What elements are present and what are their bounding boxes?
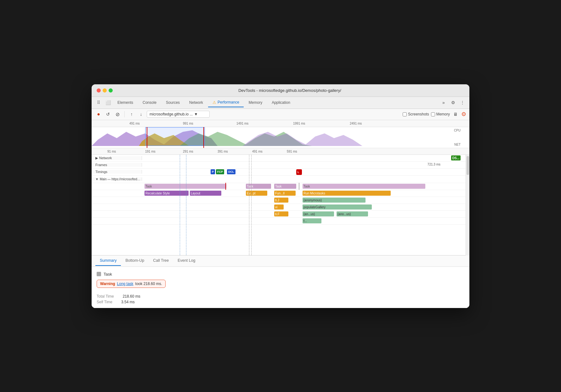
- maximize-button[interactable]: [109, 88, 113, 92]
- populate-block[interactable]: populateGallery: [303, 204, 372, 210]
- memory-checkbox[interactable]: [431, 112, 435, 116]
- cpu-label: CPU: [454, 129, 461, 132]
- settings-tab-icon[interactable]: ⚙: [449, 98, 457, 107]
- bm-591: 591 ms: [287, 150, 297, 153]
- anus-block[interactable]: (an...us): [303, 211, 334, 216]
- upload-button[interactable]: ↑: [128, 110, 135, 118]
- url-box[interactable]: microsoftedge.github.io ... ▼: [147, 111, 210, 118]
- title-bar: DevTools - microsoftedge.github.io/Demos…: [92, 84, 469, 97]
- task-color-box: [97, 272, 101, 276]
- perf-settings-icon[interactable]: ⚙: [461, 111, 466, 118]
- task-block-3[interactable]: Task: [274, 184, 296, 189]
- selection-region: [145, 127, 205, 146]
- scrollbar-thumb[interactable]: [467, 156, 469, 175]
- f-block[interactable]: f...: [303, 218, 321, 223]
- task-header: Task: [97, 272, 464, 277]
- main-task-content-1: Task Task Task Task: [142, 183, 466, 190]
- task-title: Task: [104, 272, 112, 277]
- dropdown-icon[interactable]: ▼: [194, 112, 198, 116]
- warning-text: took 218.60 ms.: [135, 282, 162, 286]
- frames-label: Frames: [92, 163, 142, 167]
- close-button[interactable]: [97, 88, 101, 92]
- self-time-value: 3.54 ms: [121, 300, 135, 304]
- minimize-button[interactable]: [103, 88, 107, 92]
- download-button[interactable]: ↓: [137, 110, 145, 118]
- main-task-row-5: ti.F (an...us) (ano...us): [92, 211, 466, 218]
- vi-block[interactable]: vi: [274, 204, 284, 210]
- warning-icon: ⚠: [212, 100, 216, 105]
- marker-1991: 1991 ms: [293, 122, 305, 125]
- task-block-1[interactable]: Task: [144, 184, 226, 189]
- main-task-row-2: Recalculate Style Layout Ev...pt Fun...l…: [92, 190, 466, 197]
- devtools-body: ⠿ ⬜ Elements Console Sources Network ⚠ P…: [92, 97, 469, 308]
- main-task-content-3: ti.J (anonymous): [142, 197, 466, 204]
- marker-1491: 1491 ms: [236, 122, 248, 125]
- warning-row-wrapper: Warning Long task took 218.60 ms.: [97, 280, 464, 291]
- frame-timing: 721.3 ms: [428, 163, 440, 166]
- svg-marker-3: [243, 132, 362, 146]
- task-gray-marker: [299, 183, 299, 190]
- bm-291: 291 ms: [183, 150, 193, 153]
- network-content: DS...: [142, 155, 466, 162]
- record-button[interactable]: ●: [95, 110, 102, 118]
- tab-console[interactable]: Console: [138, 98, 161, 107]
- tab-bottom-up[interactable]: Bottom-Up: [121, 256, 149, 266]
- screenshot-icon[interactable]: 🖥: [452, 110, 459, 118]
- frames-content: 721.3 ms: [142, 161, 466, 168]
- tij-block[interactable]: ti.J: [274, 198, 288, 203]
- reload-button[interactable]: ↺: [104, 110, 112, 118]
- main-task-row-1: Task Task Task Task: [92, 183, 466, 190]
- screenshots-label: Screenshots: [408, 112, 429, 116]
- event-block[interactable]: Ev...pt: [246, 191, 267, 196]
- device-icon[interactable]: ⬜: [104, 98, 112, 107]
- timings-label: Timings: [92, 170, 142, 174]
- inspect-icon[interactable]: ⠿: [94, 98, 103, 107]
- warning-row: Warning Long task took 218.60 ms.: [97, 280, 166, 288]
- tab-performance[interactable]: ⚠ Performance: [208, 98, 244, 107]
- timeline-ruler-bottom: 91 ms 191 ms 291 ms 391 ms 491 ms 591 ms: [92, 148, 469, 155]
- main-task-content-4: vi populateGallery: [142, 204, 466, 210]
- task-red-marker: [225, 183, 226, 190]
- total-time-value: 218.60 ms: [123, 294, 140, 299]
- task-block-2[interactable]: Task: [246, 184, 271, 189]
- tab-event-log[interactable]: Event Log: [173, 256, 200, 266]
- cpu-graph-area: CPU NET 91 ms 191 ms 291 ms 391 ms 491 m…: [92, 127, 469, 155]
- tab-memory[interactable]: Memory: [244, 98, 267, 107]
- timings-content: P FCP DCL L ↙: [142, 168, 466, 175]
- main-task-content-6: f...: [142, 217, 466, 224]
- frames-row: Frames 721.3 ms: [92, 162, 466, 169]
- main-task-row-6: f...: [92, 218, 466, 225]
- tif-block[interactable]: ti.F: [274, 211, 288, 216]
- long-task-link[interactable]: Long task: [117, 282, 133, 286]
- screenshots-toggle[interactable]: Screenshots: [403, 112, 429, 116]
- stat-total-time: Total Time 218.60 ms: [97, 294, 464, 299]
- tab-call-tree[interactable]: Call Tree: [149, 256, 173, 266]
- more-options-icon[interactable]: ⋮: [458, 98, 467, 107]
- clear-button[interactable]: ⊘: [114, 110, 121, 118]
- screenshots-checkbox[interactable]: [403, 112, 407, 116]
- anon-block[interactable]: (anonymous): [303, 198, 366, 203]
- recalc-block[interactable]: Recalculate Style: [144, 191, 189, 196]
- memory-toggle[interactable]: Memory: [431, 112, 450, 116]
- total-time-label: Total Time: [97, 294, 114, 299]
- bm-491: 491 ms: [252, 150, 263, 153]
- net-label: NET: [454, 143, 461, 146]
- fun-block[interactable]: Fun...ll: [274, 191, 296, 196]
- tab-summary[interactable]: Summary: [95, 256, 121, 266]
- main-task-row-3: ti.J (anonymous): [92, 197, 466, 204]
- microtask-block[interactable]: Run Microtasks: [303, 191, 391, 196]
- timeline-ruler-top: 491 ms 991 ms 1491 ms 1991 ms 2491 ms: [92, 120, 469, 127]
- tab-sources[interactable]: Sources: [162, 98, 184, 107]
- tab-elements[interactable]: Elements: [113, 98, 138, 107]
- tab-network[interactable]: Network: [185, 98, 207, 107]
- flame-area[interactable]: ▶ Network DS... Frames 721.3 ms Tim: [92, 155, 466, 255]
- layout-block[interactable]: Layout: [190, 191, 221, 196]
- anous-block[interactable]: (ano...us): [337, 211, 368, 216]
- more-tabs-icon[interactable]: »: [439, 98, 448, 107]
- main-arrow: ▼: [95, 177, 99, 181]
- toolbar: ● ↺ ⊘ ↑ ↓ microsoftedge.github.io ... ▼ …: [92, 109, 469, 120]
- task-block-4[interactable]: Task: [303, 184, 425, 189]
- stat-self-time: Self Time 3.54 ms: [97, 300, 464, 304]
- tab-application[interactable]: Application: [267, 98, 295, 107]
- vertical-scrollbar[interactable]: [466, 155, 469, 255]
